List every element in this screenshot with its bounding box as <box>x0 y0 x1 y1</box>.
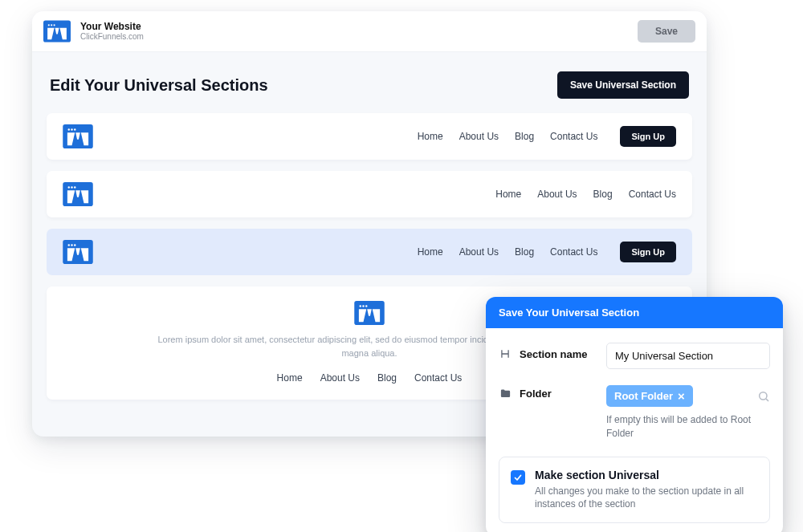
site-subtitle: ClickFunnels.com <box>80 32 144 42</box>
footer-nav-link[interactable]: About Us <box>320 372 360 384</box>
section-logo-icon <box>63 124 93 148</box>
footer-logo-icon <box>354 301 385 325</box>
nav-link[interactable]: Blog <box>593 189 613 200</box>
nav-link[interactable]: Home <box>418 131 443 142</box>
footer-nav-link[interactable]: Blog <box>377 372 397 384</box>
folder-chip[interactable]: Root Folder × <box>606 385 693 407</box>
universal-checkbox[interactable] <box>511 470 525 485</box>
heading-icon <box>499 347 512 360</box>
section-nav: HomeAbout UsBlogContact UsSign Up <box>418 126 676 147</box>
page-title: Edit Your Universal Sections <box>50 76 268 95</box>
sign-up-button[interactable]: Sign Up <box>620 242 676 262</box>
brand-text: Your Website ClickFunnels.com <box>80 21 144 42</box>
panel-title: Save Your Universal Section <box>486 297 783 328</box>
nav-link[interactable]: Home <box>495 189 521 200</box>
remove-chip-icon[interactable]: × <box>678 392 685 401</box>
folder-icon <box>499 387 512 400</box>
section-name-label: Section name <box>520 348 588 360</box>
nav-link[interactable]: Home <box>418 246 443 258</box>
search-icon[interactable] <box>757 390 770 403</box>
section-nav: HomeAbout UsBlogContact Us <box>495 189 676 200</box>
nav-link[interactable]: Contact Us <box>629 189 676 200</box>
field-section-name: Section name <box>499 343 770 369</box>
save-section-panel: Save Your Universal Section Section name… <box>486 297 783 532</box>
topbar: Your Website ClickFunnels.com Save <box>32 11 707 52</box>
footer-nav: HomeAbout UsBlogContact Us <box>277 372 463 384</box>
nav-link[interactable]: Blog <box>515 131 534 142</box>
universal-desc: All changes you make to the section upda… <box>535 485 758 512</box>
nav-link[interactable]: Contact Us <box>550 131 597 142</box>
page-header: Edit Your Universal Sections Save Univer… <box>32 52 707 113</box>
nav-link[interactable]: Blog <box>515 246 534 258</box>
site-title: Your Website <box>80 21 144 32</box>
folder-label: Folder <box>520 388 552 400</box>
universal-toggle-box[interactable]: Make section Universal All changes you m… <box>499 457 770 524</box>
svg-point-5 <box>760 392 767 399</box>
nav-link[interactable]: About Us <box>459 246 499 258</box>
footer-nav-link[interactable]: Home <box>277 372 303 384</box>
sign-up-button[interactable]: Sign Up <box>620 126 676 147</box>
section-name-input[interactable] <box>606 343 770 369</box>
universal-title: Make section Universal <box>535 469 758 481</box>
folder-chip-label: Root Folder <box>614 390 673 402</box>
section-nav: HomeAbout UsBlogContact UsSign Up <box>418 242 676 262</box>
nav-link[interactable]: About Us <box>459 131 499 142</box>
section-logo-icon <box>63 240 93 264</box>
nav-link[interactable]: About Us <box>537 189 577 200</box>
section-card[interactable]: HomeAbout UsBlogContact UsSign Up <box>47 113 692 160</box>
field-folder: Folder Root Folder × If empty this will … <box>499 385 770 441</box>
save-universal-section-button[interactable]: Save Universal Section <box>557 71 689 99</box>
nav-link[interactable]: Contact Us <box>550 246 597 258</box>
section-card[interactable]: HomeAbout UsBlogContact UsSign Up <box>47 229 692 275</box>
save-button[interactable]: Save <box>638 20 695 43</box>
section-logo-icon <box>63 182 93 206</box>
brand-logo-icon <box>43 18 71 45</box>
section-card[interactable]: HomeAbout UsBlogContact Us <box>47 171 692 217</box>
brand-group: Your Website ClickFunnels.com <box>43 18 144 45</box>
folder-hint: If empty this will be added to Root Fold… <box>606 413 770 441</box>
footer-nav-link[interactable]: Contact Us <box>414 372 462 384</box>
